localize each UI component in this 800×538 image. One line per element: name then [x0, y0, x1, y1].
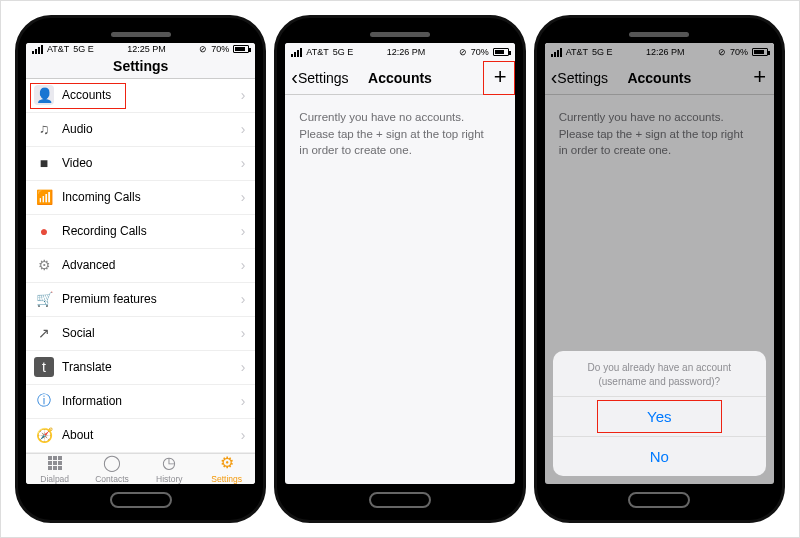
advanced-icon: ⚙ [34, 255, 54, 275]
signal-icon [32, 45, 43, 54]
network-label: 5G E [73, 44, 94, 54]
sheet-prompt-line: (username and password)? [567, 375, 752, 389]
sheet-prompt-line: Do you already have an account [567, 361, 752, 375]
row-label: Incoming Calls [62, 190, 141, 204]
navbar: ‹ Settings Accounts + [285, 61, 514, 95]
row-label: Video [62, 156, 92, 170]
settings-list: 👤 Accounts › ♫ Audio › ■ Video › 📶 Incom… [26, 79, 255, 453]
row-label: About [62, 428, 93, 442]
sheet-yes-button[interactable]: Yes [553, 397, 766, 436]
add-button[interactable]: + [494, 64, 507, 90]
empty-state-message: Currently you have no accounts. Please t… [285, 95, 514, 173]
tab-label: History [156, 474, 182, 484]
row-label: Advanced [62, 258, 115, 272]
tab-label: Dialpad [40, 474, 69, 484]
chevron-right-icon: › [241, 189, 246, 205]
rotation-lock-icon: ⊘ [459, 47, 467, 57]
row-label: Accounts [62, 88, 111, 102]
social-icon: ↗ [34, 323, 54, 343]
row-label: Translate [62, 360, 112, 374]
row-translate[interactable]: t Translate › [26, 351, 255, 385]
row-recording[interactable]: ● Recording Calls › [26, 215, 255, 249]
battery-pct: 70% [471, 47, 489, 57]
clock: 12:25 PM [127, 44, 166, 54]
tab-history[interactable]: ◷ History [141, 454, 198, 484]
chevron-right-icon: › [241, 223, 246, 239]
tab-dialpad[interactable]: Dialpad [26, 454, 83, 484]
chevron-right-icon: › [241, 121, 246, 137]
contacts-icon: ◯ [103, 454, 121, 472]
chevron-left-icon: ‹ [291, 67, 298, 89]
row-accounts[interactable]: 👤 Accounts › [26, 79, 255, 113]
sheet-button-label: No [650, 448, 669, 465]
chevron-right-icon: › [241, 155, 246, 171]
chevron-right-icon: › [241, 325, 246, 341]
audio-icon: ♫ [34, 119, 54, 139]
info-icon: ⓘ [34, 391, 54, 411]
row-information[interactable]: ⓘ Information › [26, 385, 255, 419]
battery-pct: 70% [211, 44, 229, 54]
msg-line: Currently you have no accounts. [299, 109, 500, 126]
row-premium[interactable]: 🛒 Premium features › [26, 283, 255, 317]
gear-icon: ⚙ [220, 454, 234, 472]
signal-icon [291, 48, 302, 57]
battery-icon [493, 48, 509, 56]
clock: 12:26 PM [387, 47, 426, 57]
chevron-right-icon: › [241, 291, 246, 307]
tab-label: Settings [211, 474, 242, 484]
record-icon: ● [34, 221, 54, 241]
speaker-grille [629, 32, 689, 37]
row-about[interactable]: 🧭 About › [26, 419, 255, 453]
incoming-icon: 📶 [34, 187, 54, 207]
msg-line: in order to create one. [299, 142, 500, 159]
home-button[interactable] [369, 492, 431, 508]
status-bar: AT&T 5G E 12:26 PM ⊘ 70% [285, 43, 514, 61]
network-label: 5G E [333, 47, 354, 57]
account-icon: 👤 [34, 85, 54, 105]
home-button[interactable] [110, 492, 172, 508]
row-incoming[interactable]: 📶 Incoming Calls › [26, 181, 255, 215]
carrier-label: AT&T [306, 47, 328, 57]
tab-bar: Dialpad ◯ Contacts ◷ History ⚙ Settings [26, 453, 255, 484]
row-social[interactable]: ↗ Social › [26, 317, 255, 351]
row-label: Premium features [62, 292, 157, 306]
tab-contacts[interactable]: ◯ Contacts [83, 454, 140, 484]
chevron-right-icon: › [241, 427, 246, 443]
action-sheet: Do you already have an account (username… [553, 351, 766, 476]
sheet-prompt: Do you already have an account (username… [553, 351, 766, 397]
back-label: Settings [298, 70, 349, 86]
chevron-right-icon: › [241, 393, 246, 409]
battery-icon [233, 45, 249, 53]
navbar: Settings [26, 55, 255, 78]
plus-icon: + [494, 64, 507, 89]
premium-icon: 🛒 [34, 289, 54, 309]
back-button[interactable]: ‹ Settings [291, 67, 348, 89]
translate-icon: t [34, 357, 54, 377]
carrier-label: AT&T [47, 44, 69, 54]
history-icon: ◷ [162, 454, 176, 472]
status-bar: AT&T 5G E 12:25 PM ⊘ 70% [26, 43, 255, 55]
msg-line: Please tap the + sign at the top right [299, 126, 500, 143]
page-title: Settings [113, 58, 168, 74]
home-button[interactable] [628, 492, 690, 508]
sheet-button-label: Yes [647, 408, 671, 425]
phone-2: AT&T 5G E 12:26 PM ⊘ 70% ‹ Settings Acco… [274, 15, 525, 523]
row-label: Social [62, 326, 95, 340]
chevron-right-icon: › [241, 87, 246, 103]
row-audio[interactable]: ♫ Audio › [26, 113, 255, 147]
page-title: Accounts [368, 70, 432, 86]
phone-3: AT&T 5G E 12:26 PM ⊘ 70% ‹ Settings Acco… [534, 15, 785, 523]
speaker-grille [370, 32, 430, 37]
row-label: Audio [62, 122, 93, 136]
chevron-right-icon: › [241, 257, 246, 273]
video-icon: ■ [34, 153, 54, 173]
rotation-lock-icon: ⊘ [199, 44, 207, 54]
speaker-grille [111, 32, 171, 37]
row-label: Recording Calls [62, 224, 147, 238]
chevron-right-icon: › [241, 359, 246, 375]
row-label: Information [62, 394, 122, 408]
tab-settings[interactable]: ⚙ Settings [198, 454, 255, 484]
row-video[interactable]: ■ Video › [26, 147, 255, 181]
row-advanced[interactable]: ⚙ Advanced › [26, 249, 255, 283]
sheet-no-button[interactable]: No [553, 436, 766, 476]
